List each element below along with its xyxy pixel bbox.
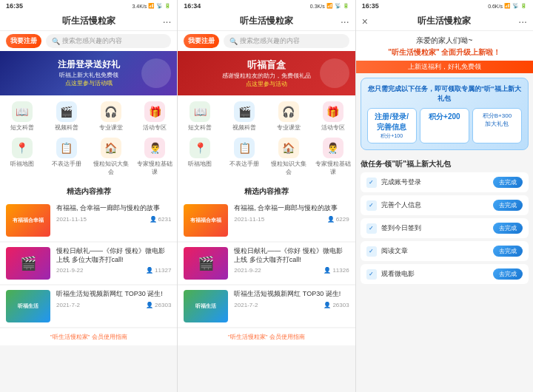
- article-info-1-2: 慢粒日献礼——《你好 慢粒》微电影上线 多位大咖齐打call! 2021-9-2…: [234, 247, 349, 274]
- video-icon: 🎬: [56, 101, 77, 122]
- more-btn-1[interactable]: ···: [159, 16, 171, 27]
- wifi-icon-2: 📡: [335, 3, 341, 9]
- article-date-2-2: 2021-7-2: [234, 302, 258, 308]
- banner-1[interactable]: 注册登录送好礼 听福上新大礼包免费领 点这里参与活动哦: [0, 51, 177, 95]
- icon-item-activity-2[interactable]: 🎁 活动专区: [311, 98, 355, 135]
- icon-item-map-2[interactable]: 📍 听福地图: [178, 135, 222, 179]
- article-meta-2-1: 2021-7-2 👤 26303: [56, 302, 171, 308]
- icon-item-course[interactable]: 🎧 专业课堂: [89, 98, 133, 135]
- article-meta-1-2: 2021-9-22 👤 11326: [234, 267, 349, 274]
- more-btn-2[interactable]: ···: [338, 16, 349, 27]
- article-date-1-1: 2021-9-22: [56, 267, 83, 274]
- article-views-0-2: 👤 6229: [327, 216, 349, 223]
- search-placeholder-2: 搜索您感兴趣的内容: [240, 36, 300, 46]
- signal-icon: 📶: [148, 3, 155, 9]
- top-bar-1: 听生活慢粒家 ···: [0, 12, 177, 31]
- icon-item-gathering-2[interactable]: 🏠 慢粒知识大集会: [266, 135, 311, 179]
- task-item-1[interactable]: ✓ 完善个人信息 去完成: [361, 195, 529, 215]
- footer-item-2[interactable]: "听生活慢粒家" 会员使用指南: [178, 328, 355, 345]
- register-btn-2[interactable]: 我要注册: [184, 34, 219, 48]
- footer-text-1: "听生活慢粒家" 会员使用指南: [50, 333, 127, 341]
- icon-item-short-article[interactable]: 📖 短文科普: [0, 98, 44, 135]
- icon-item-map[interactable]: 📍 听福地图: [0, 135, 44, 179]
- task-btn-4[interactable]: 去完成: [493, 268, 523, 280]
- article-views-1-2: 👤 11326: [324, 267, 349, 274]
- map-label: 听福地图: [10, 160, 34, 168]
- task-btn-0[interactable]: 去完成: [493, 177, 523, 188]
- icon-item-gathering[interactable]: 🏠 慢粒知识大集会: [89, 135, 133, 179]
- handbook-icon-2: 📋: [234, 138, 255, 158]
- task-name-1: 完善个人信息: [381, 200, 489, 210]
- thumb-2-2: 听福生活: [184, 290, 228, 322]
- article-item-0-1[interactable]: 有福福合幸福 有福福, 合幸福一廊郎与慢粒的故事 2021-11-15 👤 62…: [0, 200, 177, 241]
- greeting-line1: 亲爱的家人们呦~: [363, 36, 526, 46]
- gift-badge-1: 积分+200: [420, 108, 469, 143]
- icon-item-handbook-2[interactable]: 📋 不表达手册: [222, 135, 266, 179]
- gift-badge-2: 积分B+300加大礼包: [472, 108, 522, 143]
- status-icons-1: 3.4K/s 📶 📡 🔋: [132, 3, 171, 9]
- article-item-1-2[interactable]: 🎬 慢粒日献礼——《你好 慢粒》微电影上线 多位大咖齐打call! 2021-9…: [178, 243, 355, 284]
- banner-title-2: 听福盲盒: [222, 58, 311, 72]
- article-views-0-1: 👤 6231: [150, 216, 172, 223]
- icon-item-short-article-2[interactable]: 📖 短文科普: [178, 98, 222, 135]
- task-name-2: 签到今日签到: [381, 223, 489, 233]
- footer-text-2: "听生活慢粒家" 会员使用指南: [228, 333, 305, 341]
- course-label: 专业课堂: [99, 124, 123, 132]
- task-item-3[interactable]: ✓ 阅读文章 去完成: [361, 241, 529, 261]
- thumb-1-1: 🎬: [6, 247, 50, 280]
- search-row-2: 我要注册 🔍 搜索您感兴趣的内容: [178, 31, 355, 51]
- task-section: 做任务·领"听"福上新大礼包 ✓ 完成账号登录 去完成 ✓ 完善个人信息 去完成…: [361, 155, 529, 287]
- icon-item-video[interactable]: 🎬 视频科普: [44, 98, 89, 135]
- course-label-2: 专业课堂: [277, 124, 301, 132]
- article-item-0-2[interactable]: 有福福合幸福 有福福, 合幸福一廊郎与慢粒的故事 2021-11-15 👤 62…: [178, 200, 355, 241]
- icon-item-expert-2[interactable]: 👨‍⚕️ 专家慢粒基础课: [311, 135, 355, 179]
- task-btn-1[interactable]: 去完成: [493, 200, 523, 211]
- video-label: 视频科普: [55, 124, 78, 132]
- task-check-4: ✓: [366, 269, 377, 280]
- handbook-icon: 📋: [56, 138, 77, 158]
- task-item-2[interactable]: ✓ 签到今日签到 去完成: [361, 218, 529, 238]
- banner-sub1-1: 听福上新大礼包免费领: [58, 71, 120, 79]
- expert-label: 专家慢粒基础课: [134, 160, 175, 176]
- article-item-2-1[interactable]: 听福生活 听福生活短视频新网红 TOP30 诞生! 2021-7-2 👤 263…: [0, 285, 177, 327]
- footer-item-1[interactable]: "听生活慢粒家" 会员使用指南: [0, 328, 177, 345]
- banner-2[interactable]: 听福盲盒 感谢慢粒粒友的助力，免费领礼品 点这里参与活动: [178, 51, 355, 95]
- article-title-1-2: 慢粒日献礼——《你好 慢粒》微电影上线 多位大咖齐打call!: [234, 247, 349, 264]
- content-list-2: 有福福合幸福 有福福, 合幸福一廊郎与慢粒的故事 2021-11-15 👤 62…: [178, 200, 355, 392]
- task-item-4[interactable]: ✓ 观看微电影 去完成: [361, 264, 529, 284]
- panel-2: 16:34 0.3K/s 📶 📡 🔋 听生活慢粒家 ··· 我要注册 🔍 搜索您…: [178, 0, 355, 392]
- article-item-2-2[interactable]: 听福生活 听福生活短视频新网红 TOP30 诞生! 2021-7-2 👤 263…: [178, 285, 355, 327]
- article-title-0-1: 有福福, 合幸福一廊郎与慢粒的故事: [56, 204, 171, 213]
- status-bar-2: 16:34 0.3K/s 📶 📡 🔋: [178, 0, 355, 12]
- icon-item-activity[interactable]: 🎁 活动专区: [133, 98, 177, 135]
- icon-item-video-2[interactable]: 🎬 视频科普: [222, 98, 266, 135]
- icon-grid-1: 📖 短文科普 🎬 视频科普 🎧 专业课堂 🎁 活动专区 📍 听福地图 📋: [0, 95, 177, 182]
- activity-icon-2: 🎁: [323, 101, 343, 122]
- app-title-1: 听生活慢粒家: [18, 15, 159, 27]
- app-title-2: 听生活慢粒家: [195, 15, 337, 27]
- article-meta-0-1: 2021-11-15 👤 6231: [56, 216, 171, 223]
- task-section-title: 做任务·领"听"福上新大礼包: [361, 155, 529, 172]
- icon-item-handbook[interactable]: 📋 不表达手册: [44, 135, 89, 179]
- search-box-1[interactable]: 🔍 搜索您感兴趣的内容: [46, 34, 171, 48]
- gathering-label: 慢粒知识大集会: [90, 160, 132, 176]
- task-item-0[interactable]: ✓ 完成账号登录 去完成: [361, 172, 529, 192]
- register-btn-1[interactable]: 我要注册: [6, 34, 41, 48]
- network-speed-2: 0.3K/s: [310, 4, 325, 9]
- task-btn-2[interactable]: 去完成: [493, 223, 523, 234]
- greeting-highlight: "听生活慢粒家" 全面升级上新啦！: [388, 48, 500, 56]
- task-btn-3[interactable]: 去完成: [493, 246, 523, 257]
- close-btn-3[interactable]: ×: [362, 16, 374, 27]
- article-info-2-2: 听福生活短视频新网红 TOP30 诞生! 2021-7-2 👤 26303: [234, 290, 349, 308]
- banner-deco-2: [320, 58, 349, 88]
- short-article-label-2: 短文科普: [188, 124, 212, 132]
- search-box-2[interactable]: 🔍 搜索您感兴趣的内容: [224, 34, 349, 48]
- article-item-1-1[interactable]: 🎬 慢粒日献礼——《你好 慢粒》微电影上线 多位大咖齐打call! 2021-9…: [0, 243, 177, 284]
- article-date-1-2: 2021-9-22: [234, 267, 261, 274]
- more-btn-3[interactable]: ···: [515, 16, 527, 27]
- panel-3: 16:35 0.6K/s 📶 📡 🔋 × 听生活慢粒家 ··· 亲爱的家人们呦~…: [356, 0, 533, 392]
- icon-item-course-2[interactable]: 🎧 专业课堂: [266, 98, 311, 135]
- panel-1: 16:35 3.4K/s 📶 📡 🔋 听生活慢粒家 ··· 我要注册 🔍 搜索您…: [0, 0, 178, 392]
- article-meta-1-1: 2021-9-22 👤 11327: [56, 267, 171, 274]
- icon-item-expert[interactable]: 👨‍⚕️ 专家慢粒基础课: [133, 135, 177, 179]
